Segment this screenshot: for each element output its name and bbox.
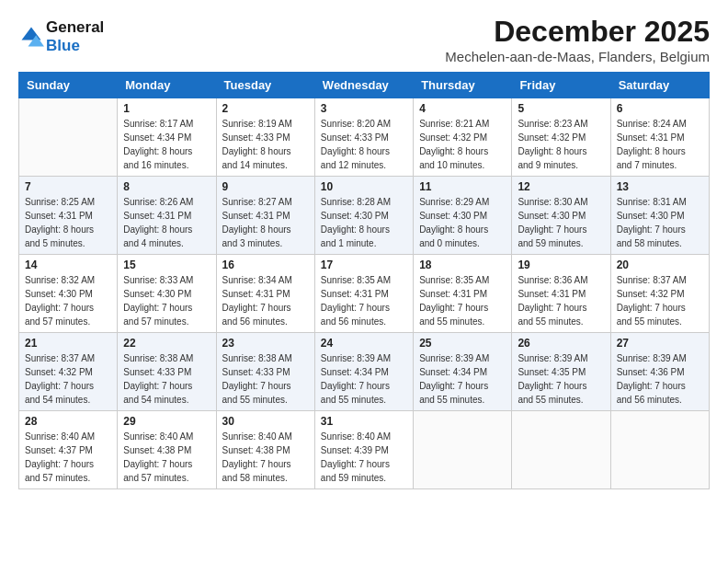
calendar-week-row: 28Sunrise: 8:40 AM Sunset: 4:37 PM Dayli… xyxy=(19,411,710,489)
day-number: 21 xyxy=(25,337,111,350)
day-info: Sunrise: 8:38 AM Sunset: 4:33 PM Dayligh… xyxy=(123,351,210,407)
calendar-cell: 8Sunrise: 8:26 AM Sunset: 4:31 PM Daylig… xyxy=(118,177,216,255)
day-info: Sunrise: 8:39 AM Sunset: 4:34 PM Dayligh… xyxy=(419,351,506,407)
day-number: 22 xyxy=(123,337,210,350)
calendar-cell: 9Sunrise: 8:27 AM Sunset: 4:31 PM Daylig… xyxy=(216,177,314,255)
day-number: 11 xyxy=(419,180,506,193)
calendar-cell: 14Sunrise: 8:32 AM Sunset: 4:30 PM Dayli… xyxy=(19,255,118,333)
calendar-cell: 3Sunrise: 8:20 AM Sunset: 4:33 PM Daylig… xyxy=(314,98,413,177)
calendar-cell: 2Sunrise: 8:19 AM Sunset: 4:33 PM Daylig… xyxy=(216,98,314,177)
day-info: Sunrise: 8:28 AM Sunset: 4:30 PM Dayligh… xyxy=(321,195,407,250)
calendar-cell xyxy=(19,98,118,177)
day-info: Sunrise: 8:27 AM Sunset: 4:31 PM Dayligh… xyxy=(222,195,309,250)
calendar-cell xyxy=(414,411,512,489)
day-number: 30 xyxy=(222,415,309,428)
calendar-cell: 31Sunrise: 8:40 AM Sunset: 4:39 PM Dayli… xyxy=(314,411,413,489)
calendar-cell: 7Sunrise: 8:25 AM Sunset: 4:31 PM Daylig… xyxy=(19,177,118,255)
day-number: 25 xyxy=(419,337,506,350)
day-info: Sunrise: 8:29 AM Sunset: 4:30 PM Dayligh… xyxy=(419,195,506,250)
day-number: 17 xyxy=(321,259,407,271)
day-info: Sunrise: 8:30 AM Sunset: 4:30 PM Dayligh… xyxy=(518,195,604,250)
calendar-cell: 30Sunrise: 8:40 AM Sunset: 4:38 PM Dayli… xyxy=(216,411,314,489)
calendar-cell: 10Sunrise: 8:28 AM Sunset: 4:30 PM Dayli… xyxy=(314,177,413,255)
day-number: 14 xyxy=(25,259,111,271)
logo-text: General Blue xyxy=(46,18,104,54)
calendar-cell: 27Sunrise: 8:39 AM Sunset: 4:36 PM Dayli… xyxy=(610,333,709,411)
calendar-cell: 19Sunrise: 8:36 AM Sunset: 4:31 PM Dayli… xyxy=(512,255,610,333)
day-number: 27 xyxy=(617,337,703,350)
calendar-cell: 24Sunrise: 8:39 AM Sunset: 4:34 PM Dayli… xyxy=(314,333,413,411)
calendar-cell: 25Sunrise: 8:39 AM Sunset: 4:34 PM Dayli… xyxy=(414,333,512,411)
column-header-sunday: Sunday xyxy=(19,73,118,98)
title-block: December 2025 Mechelen-aan-de-Maas, Flan… xyxy=(445,15,710,64)
day-info: Sunrise: 8:36 AM Sunset: 4:31 PM Dayligh… xyxy=(518,273,604,328)
day-number: 6 xyxy=(617,102,703,115)
day-info: Sunrise: 8:40 AM Sunset: 4:38 PM Dayligh… xyxy=(123,430,210,485)
day-number: 13 xyxy=(617,180,703,193)
day-number: 29 xyxy=(123,415,210,428)
day-number: 15 xyxy=(123,259,210,271)
day-number: 10 xyxy=(321,180,407,193)
day-info: Sunrise: 8:19 AM Sunset: 4:33 PM Dayligh… xyxy=(222,117,309,172)
logo: General Blue xyxy=(18,18,104,54)
day-info: Sunrise: 8:24 AM Sunset: 4:31 PM Dayligh… xyxy=(617,117,703,172)
calendar-cell: 1Sunrise: 8:17 AM Sunset: 4:34 PM Daylig… xyxy=(118,98,216,177)
day-info: Sunrise: 8:35 AM Sunset: 4:31 PM Dayligh… xyxy=(419,273,506,328)
column-header-monday: Monday xyxy=(118,73,216,98)
day-number: 20 xyxy=(617,259,703,271)
day-number: 3 xyxy=(321,102,407,115)
calendar-cell: 11Sunrise: 8:29 AM Sunset: 4:30 PM Dayli… xyxy=(414,177,512,255)
calendar-week-row: 21Sunrise: 8:37 AM Sunset: 4:32 PM Dayli… xyxy=(19,333,710,411)
day-number: 12 xyxy=(518,180,604,193)
page-title: December 2025 xyxy=(445,15,710,49)
day-number: 18 xyxy=(419,259,506,271)
day-info: Sunrise: 8:23 AM Sunset: 4:32 PM Dayligh… xyxy=(518,117,604,172)
calendar-cell xyxy=(610,411,709,489)
calendar-cell: 13Sunrise: 8:31 AM Sunset: 4:30 PM Dayli… xyxy=(610,177,709,255)
day-info: Sunrise: 8:35 AM Sunset: 4:31 PM Dayligh… xyxy=(321,273,407,328)
day-number: 2 xyxy=(222,102,309,115)
column-header-saturday: Saturday xyxy=(610,73,709,98)
day-info: Sunrise: 8:21 AM Sunset: 4:32 PM Dayligh… xyxy=(419,117,506,172)
column-header-friday: Friday xyxy=(512,73,610,98)
day-info: Sunrise: 8:37 AM Sunset: 4:32 PM Dayligh… xyxy=(25,351,111,407)
calendar-cell: 22Sunrise: 8:38 AM Sunset: 4:33 PM Dayli… xyxy=(118,333,216,411)
day-info: Sunrise: 8:20 AM Sunset: 4:33 PM Dayligh… xyxy=(321,117,407,172)
calendar-cell: 23Sunrise: 8:38 AM Sunset: 4:33 PM Dayli… xyxy=(216,333,314,411)
calendar-cell: 15Sunrise: 8:33 AM Sunset: 4:30 PM Dayli… xyxy=(118,255,216,333)
logo-icon xyxy=(18,24,44,50)
day-number: 5 xyxy=(518,102,604,115)
day-number: 23 xyxy=(222,337,309,350)
day-number: 8 xyxy=(123,180,210,193)
column-header-tuesday: Tuesday xyxy=(216,73,314,98)
calendar-cell: 4Sunrise: 8:21 AM Sunset: 4:32 PM Daylig… xyxy=(414,98,512,177)
day-number: 24 xyxy=(321,337,407,350)
calendar-cell: 6Sunrise: 8:24 AM Sunset: 4:31 PM Daylig… xyxy=(610,98,709,177)
column-header-thursday: Thursday xyxy=(414,73,512,98)
day-number: 28 xyxy=(25,415,111,428)
day-info: Sunrise: 8:32 AM Sunset: 4:30 PM Dayligh… xyxy=(25,273,111,328)
day-number: 1 xyxy=(123,102,210,115)
day-number: 26 xyxy=(518,337,604,350)
column-header-wednesday: Wednesday xyxy=(314,73,413,98)
calendar-cell: 5Sunrise: 8:23 AM Sunset: 4:32 PM Daylig… xyxy=(512,98,610,177)
calendar-cell: 21Sunrise: 8:37 AM Sunset: 4:32 PM Dayli… xyxy=(19,333,118,411)
calendar-cell: 16Sunrise: 8:34 AM Sunset: 4:31 PM Dayli… xyxy=(216,255,314,333)
day-info: Sunrise: 8:40 AM Sunset: 4:38 PM Dayligh… xyxy=(222,430,309,485)
day-info: Sunrise: 8:31 AM Sunset: 4:30 PM Dayligh… xyxy=(617,195,703,250)
day-info: Sunrise: 8:34 AM Sunset: 4:31 PM Dayligh… xyxy=(222,273,309,328)
page-subtitle: Mechelen-aan-de-Maas, Flanders, Belgium xyxy=(445,49,710,64)
day-info: Sunrise: 8:40 AM Sunset: 4:39 PM Dayligh… xyxy=(321,430,407,485)
calendar-header-row: SundayMondayTuesdayWednesdayThursdayFrid… xyxy=(19,73,710,98)
calendar-cell: 12Sunrise: 8:30 AM Sunset: 4:30 PM Dayli… xyxy=(512,177,610,255)
day-info: Sunrise: 8:37 AM Sunset: 4:32 PM Dayligh… xyxy=(617,273,703,328)
day-number: 19 xyxy=(518,259,604,271)
day-number: 7 xyxy=(25,180,111,193)
calendar-table: SundayMondayTuesdayWednesdayThursdayFrid… xyxy=(18,72,710,489)
calendar-week-row: 14Sunrise: 8:32 AM Sunset: 4:30 PM Dayli… xyxy=(19,255,710,333)
day-info: Sunrise: 8:26 AM Sunset: 4:31 PM Dayligh… xyxy=(123,195,210,250)
calendar-cell: 20Sunrise: 8:37 AM Sunset: 4:32 PM Dayli… xyxy=(610,255,709,333)
day-number: 31 xyxy=(321,415,407,428)
calendar-cell: 29Sunrise: 8:40 AM Sunset: 4:38 PM Dayli… xyxy=(118,411,216,489)
calendar-cell: 26Sunrise: 8:39 AM Sunset: 4:35 PM Dayli… xyxy=(512,333,610,411)
